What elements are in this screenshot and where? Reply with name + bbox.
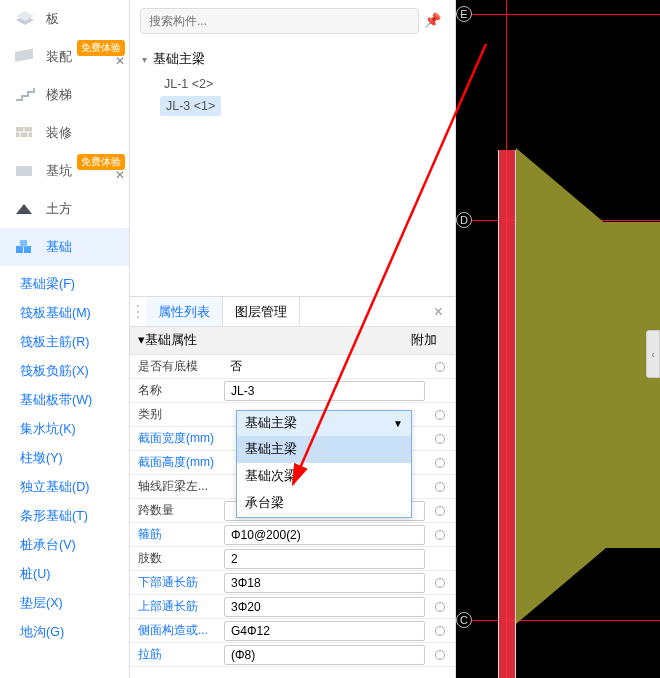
svg-rect-6	[16, 166, 32, 176]
slab-element[interactable]	[516, 548, 606, 624]
drawing-canvas[interactable]: E D C ‹	[456, 0, 660, 678]
cat-item-assembly[interactable]: 免费体验 ✕ 装配	[0, 38, 129, 76]
drag-handle-icon[interactable]: ⋮⋮	[130, 302, 146, 321]
cat-label: 装修	[46, 124, 72, 142]
tree-child[interactable]: JL-1 <2>	[142, 72, 455, 96]
prop-input[interactable]	[224, 381, 425, 401]
cat-item-finish[interactable]: 装修	[0, 114, 129, 152]
prop-row: 拉筋	[130, 643, 455, 667]
grid-bubble[interactable]: D	[456, 212, 472, 228]
grid-line-h	[456, 620, 660, 621]
prop-append-radio[interactable]	[425, 526, 455, 544]
prop-input[interactable]	[224, 645, 425, 665]
prop-append-radio[interactable]	[425, 646, 455, 664]
prop-value-cell	[224, 621, 425, 641]
brick-icon	[14, 124, 36, 142]
prop-append-radio[interactable]	[425, 502, 455, 520]
beam-element[interactable]	[498, 150, 516, 678]
prop-section-header[interactable]: ▾ 基础属性 附加	[130, 327, 455, 355]
prop-row: 是否有底模否	[130, 355, 455, 379]
sub-item[interactable]: 桩承台(V)	[20, 531, 129, 560]
prop-value-cell	[224, 573, 425, 593]
prop-label: 截面高度(mm)	[130, 454, 224, 471]
dropdown-option[interactable]: 基础次梁	[237, 463, 411, 490]
dropdown-option[interactable]: 基础主梁	[237, 436, 411, 463]
close-icon[interactable]: ✕	[115, 54, 125, 68]
cubes-icon	[14, 238, 36, 256]
tab-layers[interactable]: 图层管理	[223, 297, 300, 326]
tree-parent-label: 基础主梁	[153, 50, 205, 68]
collapse-handle[interactable]: ‹	[646, 330, 660, 378]
prop-input[interactable]	[224, 597, 425, 617]
prop-label: 截面宽度(mm)	[130, 430, 224, 447]
prop-append-radio[interactable]	[425, 430, 455, 448]
sub-item[interactable]: 地沟(G)	[20, 618, 129, 647]
prop-input[interactable]	[224, 573, 425, 593]
cat-label: 基础	[46, 238, 72, 256]
slab-element[interactable]	[516, 222, 660, 548]
cat-item-board[interactable]: 板	[0, 0, 129, 38]
grid-bubble[interactable]: E	[456, 6, 472, 22]
sub-item[interactable]: 集水坑(K)	[20, 415, 129, 444]
dropdown-selected[interactable]: 基础主梁▼	[237, 411, 411, 436]
prop-append-radio[interactable]	[425, 454, 455, 472]
prop-value-cell	[224, 381, 425, 401]
sub-item[interactable]: 条形基础(T)	[20, 502, 129, 531]
prop-label: 名称	[130, 382, 224, 399]
free-badge: 免费体验	[77, 154, 125, 170]
grid-bubble[interactable]: C	[456, 612, 472, 628]
panels-icon	[14, 48, 36, 66]
pit-icon	[14, 162, 36, 180]
cat-item-pit[interactable]: 免费体验 ✕ 基坑	[0, 152, 129, 190]
prop-label: 箍筋	[130, 526, 224, 543]
sub-category-list: 基础梁(F) 筏板基础(M) 筏板主筋(R) 筏板负筋(X) 基础板带(W) 集…	[0, 266, 129, 647]
prop-label: 拉筋	[130, 646, 224, 663]
prop-static-text: 否	[224, 358, 425, 375]
svg-rect-0	[15, 49, 33, 62]
sub-item[interactable]: 柱墩(Y)	[20, 444, 129, 473]
prop-label: 跨数量	[130, 502, 224, 519]
pin-icon[interactable]: 📌	[424, 12, 441, 28]
tab-properties[interactable]: 属性列表	[146, 297, 223, 326]
prop-input[interactable]	[224, 549, 425, 569]
sub-item[interactable]: 筏板主筋(R)	[20, 328, 129, 357]
prop-row: 肢数	[130, 547, 455, 571]
search-input[interactable]	[140, 8, 419, 34]
slab-element[interactable]	[516, 148, 606, 224]
prop-value-cell	[224, 645, 425, 665]
tree-child-selected[interactable]: JL-3 <1>	[160, 96, 221, 116]
category-sidebar: 板 免费体验 ✕ 装配 楼梯 装修 免费体验 ✕ 基坑 土方 基础 基础梁(F)…	[0, 0, 130, 678]
prop-input[interactable]	[224, 621, 425, 641]
cat-label: 板	[46, 10, 59, 28]
close-icon[interactable]: ×	[422, 303, 455, 321]
prop-value-cell	[224, 597, 425, 617]
cat-item-stair[interactable]: 楼梯	[0, 76, 129, 114]
sub-item[interactable]: 基础梁(F)	[20, 270, 129, 299]
sub-item[interactable]: 独立基础(D)	[20, 473, 129, 502]
close-icon[interactable]: ✕	[115, 168, 125, 182]
svg-rect-7	[16, 246, 23, 253]
prop-append-radio[interactable]	[425, 574, 455, 592]
dropdown-option[interactable]: 承台梁	[237, 490, 411, 517]
cat-label: 楼梯	[46, 86, 72, 104]
sub-item[interactable]: 桩(U)	[20, 560, 129, 589]
prop-row: 上部通长筋	[130, 595, 455, 619]
prop-append-radio[interactable]	[425, 478, 455, 496]
sub-item[interactable]: 筏板负筋(X)	[20, 357, 129, 386]
sub-item[interactable]: 垫层(X)	[20, 589, 129, 618]
tree-parent[interactable]: 基础主梁	[142, 46, 455, 72]
prop-append-radio[interactable]	[425, 622, 455, 640]
sub-item[interactable]: 筏板基础(M)	[20, 299, 129, 328]
prop-value-cell	[224, 525, 425, 545]
cat-item-foundation[interactable]: 基础	[0, 228, 129, 266]
type-dropdown: 基础主梁▼ 基础主梁 基础次梁 承台梁	[236, 410, 412, 518]
prop-input[interactable]	[224, 525, 425, 545]
prop-append-radio[interactable]	[425, 598, 455, 616]
prop-append-radio[interactable]	[425, 358, 455, 376]
sub-item[interactable]: 基础板带(W)	[20, 386, 129, 415]
cat-item-earth[interactable]: 土方	[0, 190, 129, 228]
prop-label: 侧面构造或...	[130, 622, 224, 639]
prop-label: 轴线距梁左...	[130, 478, 224, 495]
prop-append-radio[interactable]	[425, 406, 455, 424]
prop-label: 是否有底模	[130, 358, 224, 375]
